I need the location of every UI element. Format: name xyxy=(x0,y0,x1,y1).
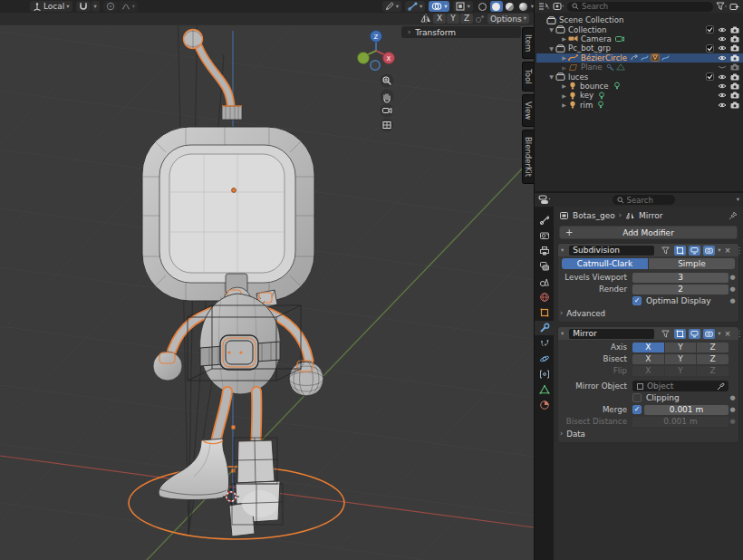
merge-threshold-field[interactable]: 0.001 m xyxy=(644,405,729,415)
render-camera-toggle[interactable] xyxy=(730,54,739,62)
tab-world[interactable] xyxy=(535,290,554,304)
outliner-search[interactable] xyxy=(567,2,713,12)
outliner-row-scene-collection[interactable]: Scene Collection xyxy=(536,15,743,24)
flip-x-button[interactable]: X xyxy=(632,366,664,376)
collapse-arrow-icon[interactable]: ▾ xyxy=(561,247,564,254)
properties-editor-icon[interactable] xyxy=(538,195,551,205)
expand-arrow-icon[interactable]: ▶ xyxy=(560,92,568,99)
extras-dropdown-icon[interactable]: ▾ xyxy=(718,331,720,337)
outliner-search-input[interactable] xyxy=(582,2,709,11)
snapping-toggle[interactable] xyxy=(76,1,91,12)
transform-orientation-dropdown[interactable]: Local ▾ xyxy=(30,1,72,12)
viewport-3d[interactable]: Z X xyxy=(0,0,534,560)
outliner-row-pc-bot-grp[interactable]: ▼ Pc_bot_grp xyxy=(536,43,743,53)
render-camera-toggle[interactable] xyxy=(730,35,739,43)
exclude-checkbox[interactable] xyxy=(706,25,714,34)
mirror-z-button[interactable]: Z xyxy=(460,14,473,24)
flip-y-button[interactable]: Y xyxy=(665,366,697,376)
merge-checkbox[interactable]: ✓ xyxy=(632,405,642,414)
tab-output[interactable] xyxy=(535,244,554,258)
outliner-row-plane[interactable]: ▶ Plane xyxy=(536,63,743,72)
outliner-row-bounce[interactable]: ▶ bounce xyxy=(536,82,743,91)
modifier-name-field[interactable]: Subdivision xyxy=(569,246,654,256)
bisect-distance-field[interactable]: 0.001 m xyxy=(632,417,729,427)
hide-eye-toggle[interactable] xyxy=(718,26,727,34)
outliner-row-collection[interactable]: ▼ Collection xyxy=(536,24,743,34)
tab-tool[interactable]: Tool xyxy=(522,62,534,92)
pin-icon[interactable] xyxy=(729,211,738,220)
transform-panel-header[interactable]: › Transform xyxy=(401,26,521,38)
annotate-dropdown[interactable]: ▾ xyxy=(382,1,401,12)
show-in-editmode-toggle[interactable] xyxy=(674,246,686,256)
outliner-row-luces[interactable]: ▼ luces xyxy=(536,72,743,81)
chevron-down-icon[interactable]: ▾ xyxy=(531,4,534,10)
bisect-x-button[interactable]: X xyxy=(632,354,664,364)
filter-funnel-icon[interactable] xyxy=(716,2,727,11)
bisect-z-button[interactable]: Z xyxy=(697,354,729,364)
tab-physics[interactable] xyxy=(535,352,554,366)
axis-x-button[interactable]: X xyxy=(632,343,664,352)
new-collection-icon[interactable] xyxy=(729,2,739,11)
expand-arrow-icon[interactable]: ▶ xyxy=(560,82,568,89)
tab-render[interactable] xyxy=(535,228,554,243)
drag-handle-icon[interactable]: ⋮⋮ xyxy=(736,246,743,255)
catmull-clark-button[interactable]: Catmull-Clark xyxy=(562,258,648,269)
drag-handle-icon[interactable]: ⋮⋮ xyxy=(736,329,743,338)
chevron-down-icon[interactable]: ▾ xyxy=(737,197,739,203)
mirror-object-field[interactable]: Object xyxy=(632,381,729,391)
animate-dot[interactable]: ● xyxy=(729,418,737,425)
display-mode-icon[interactable] xyxy=(538,2,550,11)
hide-eye-toggle[interactable] xyxy=(718,82,727,90)
tab-particles[interactable] xyxy=(535,336,554,351)
tab-item[interactable]: Item xyxy=(522,27,534,59)
properties-search[interactable] xyxy=(613,195,676,205)
animate-dot[interactable]: ● xyxy=(729,274,737,281)
options-dropdown[interactable]: Options ▾ xyxy=(487,14,529,24)
render-camera-toggle[interactable] xyxy=(730,101,739,109)
hide-eye-toggle[interactable] xyxy=(718,101,727,109)
overlays-toggle[interactable]: ▾ xyxy=(429,1,449,12)
mirror-panel-header[interactable]: ▾ Mirror xyxy=(558,327,738,340)
show-realtime-toggle[interactable] xyxy=(689,246,700,256)
tab-object-data[interactable] xyxy=(535,382,554,397)
tab-scene[interactable] xyxy=(535,275,554,289)
expand-arrow-icon[interactable]: ▶ xyxy=(560,101,568,108)
flip-z-button[interactable]: Z xyxy=(697,366,729,376)
show-render-toggle[interactable] xyxy=(703,246,715,256)
tab-view-layer[interactable] xyxy=(535,259,554,274)
filter-type-icon[interactable] xyxy=(553,2,564,11)
axis-y-button[interactable]: Y xyxy=(665,343,697,352)
shading-wireframe-button[interactable] xyxy=(477,1,489,12)
shading-rendered-button[interactable] xyxy=(517,1,530,12)
close-icon[interactable]: × xyxy=(725,246,731,255)
data-subpanel[interactable]: › Data xyxy=(560,429,737,439)
tab-material[interactable] xyxy=(535,398,554,412)
hide-eye-toggle[interactable] xyxy=(718,73,727,81)
shading-solid-button[interactable] xyxy=(490,1,503,12)
levels-viewport-field[interactable]: 3 xyxy=(632,273,729,283)
outliner-row-rim[interactable]: ▶ rim xyxy=(536,101,743,110)
eyedropper-icon[interactable] xyxy=(717,382,725,391)
show-in-editmode-toggle[interactable] xyxy=(674,329,686,339)
render-camera-toggle[interactable] xyxy=(730,63,739,71)
extras-dropdown-icon[interactable]: ▾ xyxy=(718,247,720,254)
clipping-checkbox[interactable] xyxy=(632,393,642,402)
exclude-checkbox[interactable] xyxy=(706,72,714,81)
breadcrumb-object[interactable]: Botas_geo xyxy=(573,211,615,220)
tab-view[interactable]: View xyxy=(522,94,534,127)
hide-eye-toggle[interactable] xyxy=(718,35,727,43)
animate-dot[interactable]: ● xyxy=(729,406,737,413)
hide-eye-toggle[interactable] xyxy=(718,44,727,52)
show-realtime-toggle[interactable] xyxy=(689,329,700,339)
render-camera-toggle[interactable] xyxy=(730,92,739,99)
advanced-subpanel[interactable]: › Advanced xyxy=(560,308,737,319)
bisect-y-button[interactable]: Y xyxy=(665,354,697,364)
gizmos-toggle[interactable]: ▾ xyxy=(405,1,425,12)
render-camera-toggle[interactable] xyxy=(730,26,739,34)
expand-arrow-icon[interactable]: ▶ xyxy=(560,35,568,42)
hide-eye-toggle[interactable] xyxy=(718,92,727,99)
render-camera-toggle[interactable] xyxy=(730,44,739,52)
mirror-x-button[interactable]: X xyxy=(433,14,446,24)
animate-dot[interactable]: ● xyxy=(729,297,737,304)
render-camera-toggle[interactable] xyxy=(730,82,739,90)
